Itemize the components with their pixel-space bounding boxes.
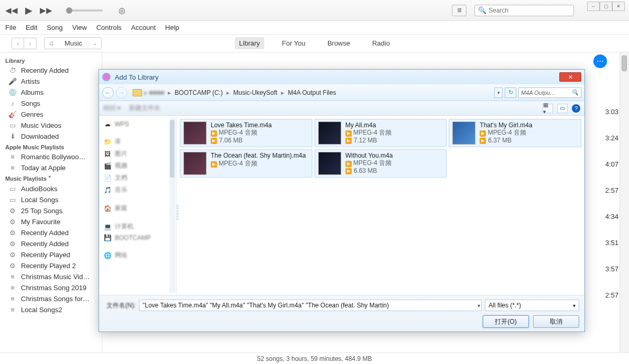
content-scrollbar[interactable] (620, 52, 629, 352)
search-box[interactable]: 🔍 (474, 5, 574, 16)
volume-slider[interactable] (66, 9, 103, 12)
sidebar-item[interactable]: ⚙Recently Played (0, 249, 102, 260)
sidebar-item[interactable]: 💿Albums (0, 87, 102, 98)
play-badge-icon: ▶ (345, 138, 352, 144)
crumb-m4a-output[interactable]: M4A Output Files (288, 89, 336, 96)
dialog-splitter[interactable] (177, 116, 179, 295)
chevron-down-icon[interactable]: ▾ (478, 303, 480, 308)
help-icon[interactable]: ? (572, 104, 580, 113)
new-folder-button[interactable]: 新建文件夹 (129, 104, 160, 113)
sidebar-item[interactable]: ⚙My Favourite (0, 216, 102, 227)
sidebar-item[interactable]: ▭Local Songs (0, 194, 102, 205)
sidebar-item-icon: ≡ (8, 273, 17, 281)
tab-radio[interactable]: Radio (368, 37, 394, 49)
preview-pane-button[interactable]: ▭ (557, 104, 568, 113)
file-filter-dropdown[interactable]: All files (*.*) ▾ (485, 300, 579, 311)
track-duration: 4:34 (587, 203, 619, 229)
tree-item[interactable]: 🎬视频 (101, 160, 174, 172)
crumb-music-ukeysoft[interactable]: Music-UkeySoft (233, 89, 277, 96)
sidebar-item[interactable]: ≡Romantic Bollywoo… (0, 151, 102, 162)
sidebar-item[interactable]: ⚙Recently Added (0, 227, 102, 238)
more-actions-button[interactable]: ⋯ (593, 54, 607, 68)
dialog-folder-tree[interactable]: ☁WPS📁库🖼图片🎬视频📄文档🎵音乐🏠家庭💻计算机💾BOOTCAMP🌐网络 (99, 116, 177, 295)
sidebar-item[interactable]: ⚙25 Top Songs (0, 205, 102, 216)
sidebar-item[interactable]: ♪Songs (0, 98, 102, 109)
sidebar-item[interactable]: ⚙Recently Played 2 (0, 260, 102, 271)
file-size: ▶ 7.06 MB (211, 137, 272, 145)
crumb-hidden[interactable]: ▸ ■■■■ (144, 89, 164, 96)
nav-back-button[interactable]: ‹ (12, 38, 24, 49)
sidebar-item-label: Romantic Bollywoo… (21, 153, 86, 161)
track-duration: 3:51 (587, 229, 619, 256)
sidebar-item[interactable]: ▭Music Videos (0, 120, 102, 131)
file-tile[interactable]: The Ocean (feat. Shy Martin).m4a▶ MPEG-4… (180, 149, 312, 178)
menu-song[interactable]: Song (47, 24, 62, 31)
list-view-button[interactable]: ≣ (452, 5, 467, 16)
cancel-button[interactable]: 取消 (533, 315, 579, 328)
close-window-button[interactable]: ✕ (612, 2, 625, 11)
airplay-icon[interactable]: ◎ (118, 6, 125, 15)
breadcrumb-history-button[interactable]: ▾ (494, 87, 503, 98)
dialog-forward-button[interactable]: → (116, 87, 127, 98)
sidebar-item[interactable]: 🎤Artists (0, 76, 102, 87)
sidebar-item[interactable]: ≡Today at Apple (0, 162, 102, 173)
refresh-button[interactable]: ↻ (505, 87, 516, 98)
tree-item[interactable]: 🖼图片 (101, 148, 174, 160)
play-icon[interactable]: ▶ (25, 5, 32, 16)
nav-forward-button[interactable]: › (24, 38, 37, 49)
dialog-footer: 文件名(N): "Love Takes Time.m4a" "My All.m4… (99, 295, 584, 332)
minimize-button[interactable]: ─ (587, 2, 600, 11)
sidebar-item[interactable]: ≡Local Songs2 (0, 304, 102, 315)
sidebar-item[interactable]: 🎸Genres (0, 109, 102, 120)
tree-item[interactable]: 📁库 (101, 136, 174, 148)
crumb-bootcamp[interactable]: BOOTCAMP (C:) (175, 89, 223, 96)
menu-edit[interactable]: Edit (26, 24, 37, 31)
tree-item[interactable]: ☁WPS (101, 119, 174, 129)
sidebar-item-icon: 🎸 (8, 111, 17, 118)
tab-browse[interactable]: Browse (323, 37, 354, 49)
dialog-search-box[interactable]: M4A Outpu… 🔍 (518, 87, 581, 98)
tree-item[interactable]: 🌐网络 (101, 249, 174, 261)
play-badge-icon: ▶ (480, 130, 486, 137)
file-size: ▶ 6.37 MB (480, 137, 532, 145)
tree-item[interactable]: 🎵音乐 (101, 184, 174, 196)
dialog-back-button[interactable]: ← (102, 87, 114, 98)
file-tile[interactable]: Love Takes Time.m4a▶ MPEG-4 音频▶ 7.06 MB (180, 119, 312, 147)
sidebar-item[interactable]: ≡Christmas Song 2019 (0, 282, 102, 293)
open-button[interactable]: 打开(O) (483, 315, 529, 328)
menu-controls[interactable]: Controls (96, 24, 122, 31)
menu-file[interactable]: File (5, 24, 16, 31)
next-track-icon[interactable]: ▶▶ (40, 6, 52, 15)
prev-track-icon[interactable]: ◀◀ (5, 6, 18, 15)
tree-item[interactable]: 💾BOOTCAMP (101, 233, 174, 243)
sidebar-item[interactable]: ≡Christmas Music Vid… (0, 271, 102, 282)
menu-help[interactable]: Help (165, 24, 179, 31)
sidebar-item[interactable]: ▭AudioBooks (0, 183, 102, 194)
tree-item[interactable]: 🏠家庭 (101, 202, 174, 214)
maximize-button[interactable]: ▢ (600, 2, 612, 11)
source-dropdown[interactable]: ♫ Music ⌄ (44, 37, 102, 49)
file-type: ▶ MPEG-4 音频 (211, 129, 272, 137)
filename-input[interactable]: "Love Takes Time.m4a" "My All.m4a" "That… (139, 300, 482, 311)
tab-for-you[interactable]: For You (278, 37, 310, 49)
tree-item-icon: 💻 (103, 223, 112, 230)
search-input[interactable] (489, 7, 570, 14)
file-tile[interactable]: Without You.m4a▶ MPEG-4 音频▶ 6.63 MB (314, 149, 447, 178)
file-tile[interactable]: That's My Girl.m4a▶ MPEG-4 音频▶ 6.37 MB (449, 119, 581, 147)
sidebar-item[interactable]: ⚙Recently Added (0, 238, 102, 249)
organize-menu[interactable]: 组织 ▾ (103, 104, 121, 113)
sidebar-item-label: My Favourite (21, 218, 60, 226)
sidebar-item[interactable]: ⬇Downloaded (0, 131, 102, 142)
dialog-close-button[interactable]: ✕ (559, 72, 581, 82)
file-tile[interactable]: My All.m4a▶ MPEG-4 音频▶ 7.12 MB (314, 119, 447, 147)
tree-item[interactable]: 📄文档 (101, 172, 174, 184)
menu-view[interactable]: View (72, 24, 87, 31)
window-controls: ─ ▢ ✕ (587, 2, 625, 11)
tree-scrollbar[interactable] (169, 118, 176, 293)
view-mode-button[interactable]: ▦ ▾ (543, 104, 553, 113)
tab-library[interactable]: Library (235, 37, 264, 49)
menu-account[interactable]: Account (131, 24, 156, 31)
sidebar-item[interactable]: ≡Christmas Songs for… (0, 293, 102, 304)
sidebar-item[interactable]: ⏱Recently Added (0, 65, 102, 76)
tree-item[interactable]: 💻计算机 (101, 220, 174, 233)
